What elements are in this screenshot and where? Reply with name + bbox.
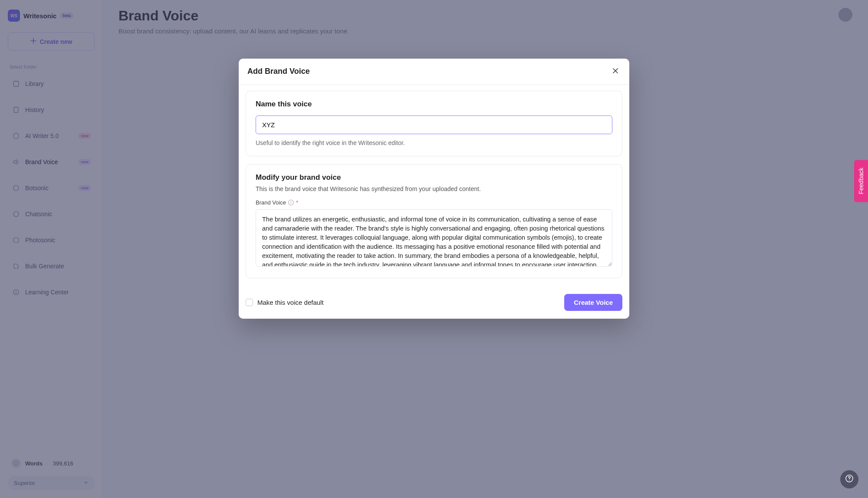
voice-name-input[interactable]	[256, 115, 612, 134]
modify-voice-card: Modify your brand voice This is the bran…	[246, 164, 622, 278]
make-default-label: Make this voice default	[257, 299, 324, 306]
help-fab[interactable]	[840, 470, 858, 488]
close-button[interactable]	[610, 66, 621, 77]
voice-name-helper: Useful to identify the right voice in th…	[256, 139, 612, 146]
brand-voice-field-label: Brand Voice i *	[256, 199, 612, 206]
add-brand-voice-modal: Add Brand Voice Name this voice Useful t…	[239, 59, 629, 319]
modal-title: Add Brand Voice	[247, 67, 310, 76]
feedback-tab[interactable]: Feedback	[854, 160, 868, 202]
create-voice-button[interactable]: Create Voice	[564, 294, 622, 311]
help-icon	[845, 474, 854, 485]
info-icon[interactable]: i	[288, 200, 294, 205]
make-default-row[interactable]: Make this voice default	[246, 299, 324, 306]
name-voice-title: Name this voice	[256, 100, 612, 109]
brand-voice-textarea[interactable]	[256, 209, 612, 267]
make-default-checkbox[interactable]	[246, 299, 253, 306]
close-icon	[612, 67, 619, 76]
modal-overlay[interactable]: Add Brand Voice Name this voice Useful t…	[0, 0, 868, 498]
name-voice-card: Name this voice Useful to identify the r…	[246, 91, 622, 156]
modal-body: Name this voice Useful to identify the r…	[239, 85, 629, 292]
modify-voice-desc: This is the brand voice that Writesonic …	[256, 185, 612, 192]
modal-footer: Make this voice default Create Voice	[239, 292, 629, 319]
required-indicator: *	[296, 199, 298, 206]
modal-header: Add Brand Voice	[239, 59, 629, 85]
modify-voice-title: Modify your brand voice	[256, 173, 612, 182]
